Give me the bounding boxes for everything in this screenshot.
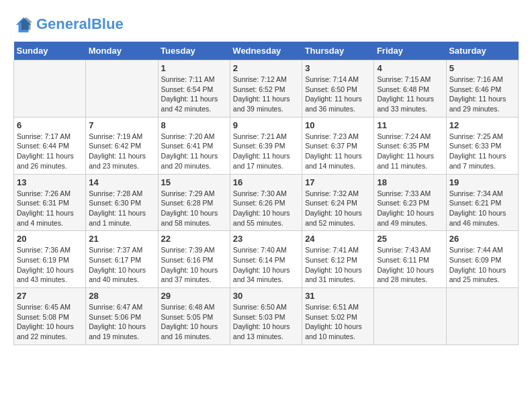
- day-number: 19: [449, 177, 515, 187]
- day-info: Sunrise: 7:43 AMSunset: 6:11 PMDaylight:…: [377, 245, 443, 285]
- day-number: 1: [161, 63, 227, 73]
- page-header: GeneralBlue: [13, 13, 519, 35]
- calendar-cell: 1Sunrise: 7:11 AMSunset: 6:54 PMDaylight…: [158, 60, 230, 118]
- day-number: 2: [233, 63, 299, 73]
- calendar-cell: 16Sunrise: 7:30 AMSunset: 6:26 PMDayligh…: [230, 174, 302, 231]
- day-info: Sunrise: 7:26 AMSunset: 6:31 PMDaylight:…: [17, 189, 83, 228]
- day-info: Sunrise: 7:30 AMSunset: 6:26 PMDaylight:…: [233, 189, 299, 228]
- day-number: 22: [161, 234, 227, 244]
- day-number: 20: [17, 234, 83, 244]
- day-number: 14: [89, 177, 154, 187]
- calendar-week-3: 13Sunrise: 7:26 AMSunset: 6:31 PMDayligh…: [14, 174, 519, 231]
- weekday-header-saturday: Saturday: [446, 42, 518, 60]
- calendar-cell: 22Sunrise: 7:39 AMSunset: 6:16 PMDayligh…: [158, 231, 230, 288]
- day-info: Sunrise: 6:51 AMSunset: 5:02 PMDaylight:…: [305, 302, 371, 342]
- day-number: 4: [377, 63, 443, 73]
- calendar-table: SundayMondayTuesdayWednesdayThursdayFrid…: [13, 42, 519, 345]
- day-number: 28: [89, 291, 154, 301]
- day-number: 9: [233, 120, 299, 130]
- calendar-cell: [86, 60, 158, 118]
- day-number: 31: [305, 291, 371, 301]
- day-info: Sunrise: 7:21 AMSunset: 6:39 PMDaylight:…: [233, 132, 299, 171]
- day-info: Sunrise: 7:44 AMSunset: 6:09 PMDaylight:…: [449, 245, 515, 285]
- day-info: Sunrise: 7:16 AMSunset: 6:46 PMDaylight:…: [449, 75, 515, 114]
- day-info: Sunrise: 7:11 AMSunset: 6:54 PMDaylight:…: [161, 75, 227, 114]
- day-number: 25: [377, 234, 443, 244]
- day-info: Sunrise: 7:37 AMSunset: 6:17 PMDaylight:…: [89, 245, 154, 285]
- calendar-cell: 19Sunrise: 7:34 AMSunset: 6:21 PMDayligh…: [446, 174, 518, 231]
- calendar-cell: 12Sunrise: 7:25 AMSunset: 6:33 PMDayligh…: [446, 117, 518, 174]
- calendar-cell: 31Sunrise: 6:51 AMSunset: 5:02 PMDayligh…: [302, 288, 374, 345]
- calendar-cell: 8Sunrise: 7:20 AMSunset: 6:41 PMDaylight…: [158, 117, 230, 174]
- day-number: 11: [377, 120, 443, 130]
- weekday-header-wednesday: Wednesday: [230, 42, 302, 60]
- day-info: Sunrise: 7:36 AMSunset: 6:19 PMDaylight:…: [17, 245, 83, 285]
- calendar-cell: 9Sunrise: 7:21 AMSunset: 6:39 PMDaylight…: [230, 117, 302, 174]
- day-number: 3: [305, 63, 371, 73]
- weekday-header-monday: Monday: [86, 42, 158, 60]
- calendar-cell: 7Sunrise: 7:19 AMSunset: 6:42 PMDaylight…: [86, 117, 158, 174]
- day-info: Sunrise: 7:32 AMSunset: 6:24 PMDaylight:…: [305, 189, 371, 228]
- day-number: 16: [233, 177, 299, 187]
- day-info: Sunrise: 7:39 AMSunset: 6:16 PMDaylight:…: [161, 245, 227, 285]
- day-number: 26: [449, 234, 515, 244]
- day-number: 13: [17, 177, 83, 187]
- day-number: 6: [17, 120, 83, 130]
- day-info: Sunrise: 7:34 AMSunset: 6:21 PMDaylight:…: [449, 189, 515, 228]
- logo-blue: Blue: [91, 15, 124, 32]
- calendar-week-2: 6Sunrise: 7:17 AMSunset: 6:44 PMDaylight…: [14, 117, 519, 174]
- calendar-week-4: 20Sunrise: 7:36 AMSunset: 6:19 PMDayligh…: [14, 231, 519, 288]
- day-info: Sunrise: 7:15 AMSunset: 6:48 PMDaylight:…: [377, 75, 443, 114]
- day-info: Sunrise: 6:50 AMSunset: 5:03 PMDaylight:…: [233, 302, 299, 342]
- day-number: 21: [89, 234, 154, 244]
- logo-icon: [13, 15, 34, 35]
- calendar-cell: 5Sunrise: 7:16 AMSunset: 6:46 PMDaylight…: [446, 60, 518, 118]
- day-info: Sunrise: 6:48 AMSunset: 5:05 PMDaylight:…: [161, 302, 227, 342]
- day-info: Sunrise: 6:45 AMSunset: 5:08 PMDaylight:…: [17, 302, 83, 342]
- calendar-cell: [374, 288, 446, 345]
- calendar-cell: 15Sunrise: 7:29 AMSunset: 6:28 PMDayligh…: [158, 174, 230, 231]
- weekday-header-row: SundayMondayTuesdayWednesdayThursdayFrid…: [14, 42, 519, 60]
- day-number: 5: [449, 63, 515, 73]
- weekday-header-tuesday: Tuesday: [158, 42, 230, 60]
- calendar-cell: 3Sunrise: 7:14 AMSunset: 6:50 PMDaylight…: [302, 60, 374, 118]
- day-info: Sunrise: 7:14 AMSunset: 6:50 PMDaylight:…: [305, 75, 371, 114]
- calendar-cell: [14, 60, 86, 118]
- day-number: 15: [161, 177, 227, 187]
- day-number: 29: [161, 291, 227, 301]
- calendar-cell: 20Sunrise: 7:36 AMSunset: 6:19 PMDayligh…: [14, 231, 86, 288]
- day-info: Sunrise: 7:17 AMSunset: 6:44 PMDaylight:…: [17, 132, 83, 171]
- calendar-cell: 10Sunrise: 7:23 AMSunset: 6:37 PMDayligh…: [302, 117, 374, 174]
- logo: GeneralBlue: [13, 13, 124, 35]
- calendar-cell: 28Sunrise: 6:47 AMSunset: 5:06 PMDayligh…: [86, 288, 158, 345]
- calendar-week-5: 27Sunrise: 6:45 AMSunset: 5:08 PMDayligh…: [14, 288, 519, 345]
- day-info: Sunrise: 7:25 AMSunset: 6:33 PMDaylight:…: [449, 132, 515, 171]
- day-number: 30: [233, 291, 299, 301]
- calendar-cell: 4Sunrise: 7:15 AMSunset: 6:48 PMDaylight…: [374, 60, 446, 118]
- calendar-cell: 25Sunrise: 7:43 AMSunset: 6:11 PMDayligh…: [374, 231, 446, 288]
- day-number: 24: [305, 234, 371, 244]
- calendar-cell: 17Sunrise: 7:32 AMSunset: 6:24 PMDayligh…: [302, 174, 374, 231]
- calendar-cell: [446, 288, 518, 345]
- calendar-cell: 30Sunrise: 6:50 AMSunset: 5:03 PMDayligh…: [230, 288, 302, 345]
- calendar-cell: 18Sunrise: 7:33 AMSunset: 6:23 PMDayligh…: [374, 174, 446, 231]
- day-info: Sunrise: 7:40 AMSunset: 6:14 PMDaylight:…: [233, 245, 299, 285]
- calendar-cell: 2Sunrise: 7:12 AMSunset: 6:52 PMDaylight…: [230, 60, 302, 118]
- day-number: 7: [89, 120, 154, 130]
- calendar-cell: 11Sunrise: 7:24 AMSunset: 6:35 PMDayligh…: [374, 117, 446, 174]
- weekday-header-friday: Friday: [374, 42, 446, 60]
- day-info: Sunrise: 7:23 AMSunset: 6:37 PMDaylight:…: [305, 132, 371, 171]
- day-info: Sunrise: 7:12 AMSunset: 6:52 PMDaylight:…: [233, 75, 299, 114]
- calendar-cell: 13Sunrise: 7:26 AMSunset: 6:31 PMDayligh…: [14, 174, 86, 231]
- calendar-cell: 27Sunrise: 6:45 AMSunset: 5:08 PMDayligh…: [14, 288, 86, 345]
- day-info: Sunrise: 7:41 AMSunset: 6:12 PMDaylight:…: [305, 245, 371, 285]
- day-info: Sunrise: 7:28 AMSunset: 6:30 PMDaylight:…: [89, 189, 154, 228]
- calendar-cell: 14Sunrise: 7:28 AMSunset: 6:30 PMDayligh…: [86, 174, 158, 231]
- logo-general: General: [36, 15, 91, 32]
- calendar-cell: 24Sunrise: 7:41 AMSunset: 6:12 PMDayligh…: [302, 231, 374, 288]
- day-number: 10: [305, 120, 371, 130]
- day-number: 12: [449, 120, 515, 130]
- day-number: 23: [233, 234, 299, 244]
- day-number: 18: [377, 177, 443, 187]
- day-number: 17: [305, 177, 371, 187]
